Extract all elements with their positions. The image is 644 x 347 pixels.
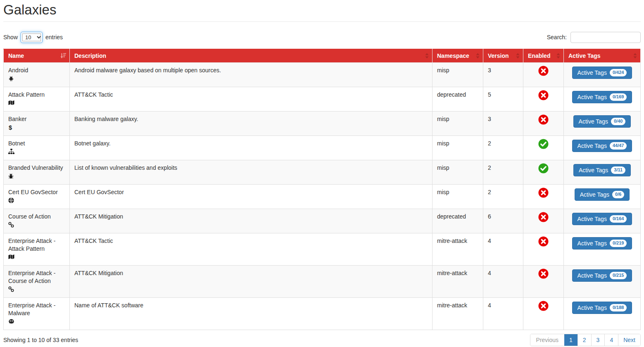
name-cell: Enterprise Attack - Attack Pattern bbox=[4, 233, 70, 265]
galaxy-version: 2 bbox=[488, 164, 491, 171]
table-row[interactable]: Enterprise Attack - Attack Pattern ATT&C… bbox=[4, 233, 641, 265]
active-tags-button[interactable]: Active Tags 0/188 bbox=[572, 302, 632, 314]
galaxy-version: 4 bbox=[488, 302, 491, 309]
active-tags-cell: Active Tags 0/219 bbox=[564, 233, 641, 265]
map-icon bbox=[8, 100, 65, 107]
galaxy-version: 3 bbox=[488, 116, 491, 122]
entries-label: entries bbox=[45, 34, 63, 40]
active-tags-cell: Active Tags 0/188 bbox=[564, 297, 641, 330]
active-tags-button[interactable]: Active Tags 0/169 bbox=[572, 91, 632, 103]
active-tags-count-badge: 0/169 bbox=[610, 93, 627, 100]
column-header-namespace[interactable]: Namespace bbox=[433, 49, 483, 62]
disabled-x-icon[interactable] bbox=[538, 114, 549, 125]
galaxy-name: Cert EU GovSector bbox=[8, 189, 58, 195]
enabled-cell bbox=[523, 297, 564, 330]
active-tags-button[interactable]: Active Tags 0/424 bbox=[572, 67, 632, 79]
namespace-cell: misp bbox=[433, 111, 483, 135]
enabled-check-icon[interactable] bbox=[538, 139, 549, 149]
disabled-x-icon[interactable] bbox=[538, 90, 549, 100]
active-tags-cell: Active Tags 44/47 bbox=[564, 135, 641, 160]
galaxy-description: ATT&CK Tactic bbox=[74, 91, 113, 98]
svg-text:$: $ bbox=[9, 124, 12, 131]
active-tags-button[interactable]: Active Tags 0/40 bbox=[573, 115, 631, 128]
table-row[interactable]: Enterprise Attack - Course of Action ATT… bbox=[4, 265, 641, 297]
galaxy-namespace: misp bbox=[437, 116, 449, 122]
galaxy-description: Name of ATT&CK software bbox=[74, 302, 143, 309]
title-divider bbox=[3, 21, 641, 22]
active-tags-label: Active Tags bbox=[577, 240, 607, 247]
pagination-page-1[interactable]: 1 bbox=[564, 334, 577, 346]
galaxy-name: Branded Vulnerability bbox=[8, 164, 63, 171]
table-row[interactable]: Course of Action ATT&CK Mitigation depre… bbox=[4, 209, 641, 233]
active-tags-label: Active Tags bbox=[579, 167, 608, 174]
column-header-active-tags[interactable]: Active Tags bbox=[564, 49, 641, 62]
active-tags-button[interactable]: Active Tags 3/11 bbox=[573, 164, 631, 176]
table-row[interactable]: Android Android malware galaxy based on … bbox=[4, 62, 641, 87]
sort-both-icon bbox=[633, 53, 637, 58]
enabled-cell bbox=[523, 160, 564, 184]
disabled-x-icon[interactable] bbox=[538, 301, 549, 311]
enabled-cell bbox=[523, 209, 564, 233]
name-cell: Enterprise Attack - Course of Action bbox=[4, 265, 70, 297]
active-tags-button[interactable]: Active Tags 0/6 bbox=[575, 188, 630, 201]
page-length-select[interactable]: 10 bbox=[21, 32, 43, 43]
column-header-name[interactable]: Name bbox=[4, 49, 70, 62]
show-label: Show bbox=[3, 34, 18, 40]
column-header-description[interactable]: Description bbox=[70, 49, 433, 62]
active-tags-cell: Active Tags 0/424 bbox=[564, 62, 641, 87]
namespace-cell: mitre-attack bbox=[433, 297, 483, 330]
active-tags-button[interactable]: Active Tags 0/215 bbox=[572, 269, 632, 282]
table-row[interactable]: Botnet Botnet galaxy. misp 2 Active Tags… bbox=[4, 135, 641, 160]
disabled-x-icon[interactable] bbox=[538, 269, 549, 279]
version-cell: 2 bbox=[483, 135, 523, 160]
pagination-page-2[interactable]: 2 bbox=[577, 334, 591, 346]
table-row[interactable]: Attack Pattern ATT&CK Tactic deprecated … bbox=[4, 87, 641, 111]
column-header-enabled[interactable]: Enabled bbox=[523, 49, 564, 62]
table-row[interactable]: Branded Vulnerability List of known vuln… bbox=[4, 160, 641, 184]
version-cell: 2 bbox=[483, 160, 523, 184]
active-tags-button[interactable]: Active Tags 44/47 bbox=[572, 140, 632, 152]
galaxy-version: 2 bbox=[488, 189, 491, 195]
column-header-version[interactable]: Version bbox=[483, 49, 523, 62]
galaxy-name: Enterprise Attack - Course of Action bbox=[8, 270, 55, 284]
pagination-page-3[interactable]: 3 bbox=[591, 334, 605, 346]
disabled-x-icon[interactable] bbox=[538, 236, 549, 247]
pagination-next[interactable]: Next bbox=[618, 334, 640, 346]
enabled-check-icon[interactable] bbox=[538, 163, 549, 174]
table-row[interactable]: Cert EU GovSector Cert EU GovSector misp… bbox=[4, 184, 641, 209]
search-input[interactable] bbox=[570, 32, 641, 43]
active-tags-button[interactable]: Active Tags 0/219 bbox=[572, 237, 632, 250]
table-row[interactable]: Banker $ Banking malware galaxy. misp 3 … bbox=[4, 111, 641, 135]
galaxy-name: Enterprise Attack - Malware bbox=[8, 302, 55, 316]
enabled-cell bbox=[523, 87, 564, 111]
pagination-page-4[interactable]: 4 bbox=[604, 334, 618, 346]
description-cell: List of known vulnerabilities and exploi… bbox=[70, 160, 433, 184]
version-cell: 4 bbox=[483, 233, 523, 265]
disabled-x-icon[interactable] bbox=[538, 212, 549, 222]
enabled-cell bbox=[523, 62, 564, 87]
column-header-label: Version bbox=[488, 52, 509, 59]
disabled-x-icon[interactable] bbox=[538, 188, 549, 198]
name-cell: Banker $ bbox=[4, 111, 70, 135]
chain-icon bbox=[8, 222, 65, 229]
namespace-cell: misp bbox=[433, 135, 483, 160]
description-cell: Name of ATT&CK software bbox=[70, 297, 433, 330]
active-tags-label: Active Tags bbox=[577, 94, 607, 100]
table-row[interactable]: Enterprise Attack - Malware Name of ATT&… bbox=[4, 297, 641, 330]
active-tags-count-badge: 0/215 bbox=[610, 272, 627, 279]
galaxy-description: Botnet galaxy. bbox=[74, 140, 111, 147]
chain-icon bbox=[8, 286, 65, 294]
pagination-previous[interactable]: Previous bbox=[530, 334, 564, 346]
active-tags-button[interactable]: Active Tags 0/164 bbox=[572, 213, 632, 225]
active-tags-label: Active Tags bbox=[577, 216, 607, 222]
version-cell: 5 bbox=[483, 87, 523, 111]
disabled-x-icon[interactable] bbox=[538, 66, 549, 76]
active-tags-cell: Active Tags 0/215 bbox=[564, 265, 641, 297]
galaxy-namespace: mitre-attack bbox=[437, 238, 467, 244]
galaxy-version: 6 bbox=[488, 213, 491, 220]
sitemap-icon bbox=[8, 149, 65, 156]
version-cell: 2 bbox=[483, 184, 523, 209]
galaxy-version: 5 bbox=[488, 91, 491, 98]
galaxies-page: Galaxies Show 10 entries Search: NameDes… bbox=[0, 0, 644, 347]
active-tags-count-badge: 3/11 bbox=[611, 166, 625, 174]
